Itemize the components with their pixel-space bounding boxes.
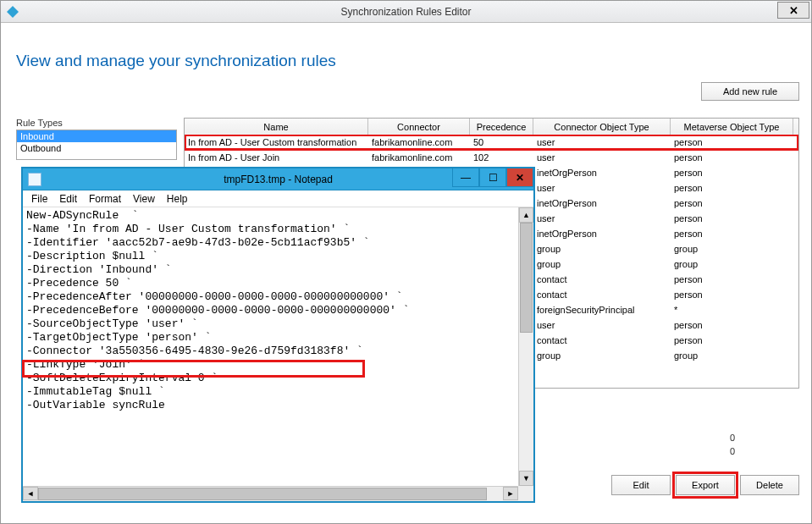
cell-mot: person <box>671 135 793 150</box>
edit-button[interactable]: Edit <box>611 475 671 495</box>
rule-types-list[interactable]: Inbound Outbound <box>16 130 177 160</box>
grid-header: Name Connector Precedence Connector Obje… <box>184 118 799 135</box>
notepad-hscroll[interactable]: ◄ ► <box>23 486 518 501</box>
close-button[interactable]: ✕ <box>777 2 809 19</box>
cell-precedence: 50 <box>470 135 533 150</box>
cell-mot: * <box>671 302 793 317</box>
table-row[interactable]: In from AD - User Custom transformationf… <box>185 135 798 150</box>
menu-file[interactable]: File <box>26 191 52 207</box>
cell-mot: person <box>671 150 793 165</box>
menu-edit[interactable]: Edit <box>54 191 82 207</box>
cell-mot: person <box>671 180 793 196</box>
page-heading: View and manage your synchronization rul… <box>16 52 798 70</box>
col-name[interactable]: Name <box>185 119 368 135</box>
cell-mot: person <box>671 226 793 241</box>
cell-mot: person <box>671 165 793 180</box>
cell-cot: user <box>533 180 671 196</box>
vscroll-thumb[interactable] <box>520 223 533 333</box>
titlebar[interactable]: Synchronization Rules Editor ✕ <box>1 1 811 23</box>
cell-mot: person <box>671 272 793 287</box>
rule-types-label: Rule Types <box>16 118 177 128</box>
cell-mot: group <box>671 348 793 363</box>
cell-cot: contact <box>533 333 671 348</box>
scroll-down-icon[interactable]: ▼ <box>519 471 533 486</box>
table-row[interactable]: In from AD - User Joinfabrikamonline.com… <box>185 150 798 165</box>
notepad-text[interactable]: New-ADSyncRule ` -Name 'In from AD - Use… <box>23 207 518 486</box>
footer-counts: 0 0 <box>730 433 735 460</box>
col-metaverse-object-type[interactable]: Metaverse Object Type <box>671 119 793 135</box>
scroll-corner <box>518 486 533 501</box>
cell-mot: group <box>671 256 793 272</box>
cell-cot: user <box>533 211 671 226</box>
cell-mot: person <box>671 333 793 348</box>
cell-precedence: 102 <box>470 150 533 165</box>
cell-cot: inetOrgPerson <box>533 165 671 180</box>
cell-cot: foreignSecurityPrincipal <box>533 302 671 317</box>
notepad-menu[interactable]: File Edit Format View Help <box>23 190 533 207</box>
cell-mot: group <box>671 241 793 256</box>
count-b: 0 <box>730 446 735 460</box>
scroll-up-icon[interactable]: ▲ <box>519 207 533 223</box>
cell-cot: group <box>533 241 671 256</box>
notepad-vscroll[interactable]: ▲ ▼ <box>518 207 533 486</box>
menu-help[interactable]: Help <box>162 191 193 207</box>
delete-button[interactable]: Delete <box>740 475 799 495</box>
rule-type-inbound[interactable]: Inbound <box>17 130 176 142</box>
cell-name: In from AD - User Join <box>185 150 368 165</box>
col-precedence[interactable]: Precedence <box>470 119 533 135</box>
cell-cot: group <box>533 348 671 363</box>
cell-mot: person <box>671 317 793 333</box>
maximize-button[interactable]: ☐ <box>479 168 506 187</box>
cell-connector: fabrikamonline.com <box>368 135 470 150</box>
export-button[interactable]: Export <box>676 475 735 495</box>
rule-type-outbound[interactable]: Outbound <box>17 142 176 154</box>
count-a: 0 <box>730 433 735 446</box>
scroll-right-icon[interactable]: ► <box>503 487 518 500</box>
notepad-titlebar[interactable]: tmpFD13.tmp - Notepad — ☐ ✕ <box>23 168 533 190</box>
hscroll-thumb[interactable] <box>38 488 487 500</box>
cell-cot: user <box>533 150 671 165</box>
cell-connector: fabrikamonline.com <box>368 150 470 165</box>
window-title: Synchronization Rules Editor <box>1 6 811 18</box>
menu-view[interactable]: View <box>128 191 160 207</box>
cell-mot: person <box>671 196 793 211</box>
col-connector[interactable]: Connector <box>368 119 470 135</box>
cell-name: In from AD - User Custom transformation <box>185 135 368 150</box>
add-new-rule-button[interactable]: Add new rule <box>701 82 799 101</box>
cell-cot: contact <box>533 287 671 302</box>
notepad-window[interactable]: tmpFD13.tmp - Notepad — ☐ ✕ File Edit Fo… <box>22 168 534 502</box>
notepad-close-button[interactable]: ✕ <box>506 168 533 187</box>
cell-mot: person <box>671 287 793 302</box>
cell-cot: inetOrgPerson <box>533 226 671 241</box>
cell-cot: user <box>533 317 671 333</box>
menu-format[interactable]: Format <box>84 191 126 207</box>
cell-mot: person <box>671 211 793 226</box>
cell-cot: user <box>533 135 671 150</box>
minimize-button[interactable]: — <box>452 168 479 187</box>
cell-cot: group <box>533 256 671 272</box>
cell-cot: contact <box>533 272 671 287</box>
col-connector-object-type[interactable]: Connector Object Type <box>533 119 671 135</box>
cell-cot: inetOrgPerson <box>533 196 671 211</box>
scroll-left-icon[interactable]: ◄ <box>23 487 38 500</box>
